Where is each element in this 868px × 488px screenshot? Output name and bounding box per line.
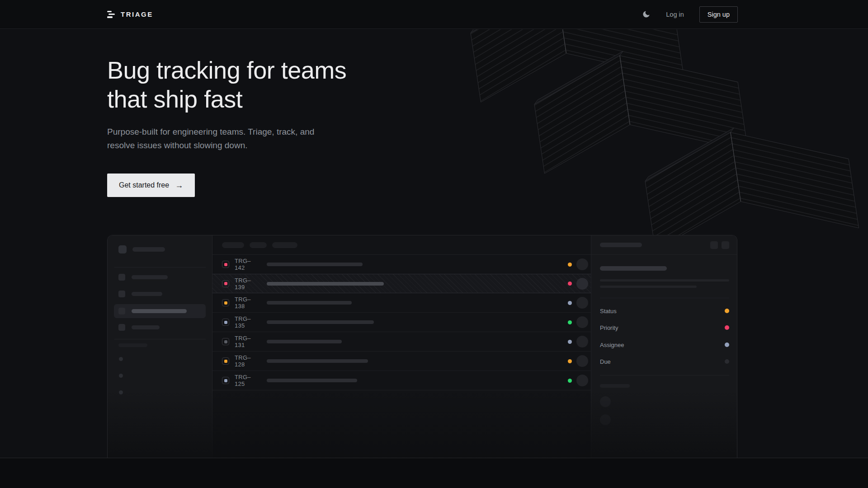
moon-icon — [642, 10, 651, 19]
field-label: Status — [600, 308, 617, 314]
issue-row[interactable]: TRG–142 — [212, 255, 591, 274]
nav-actions: Log in Sign up — [642, 6, 738, 23]
issue-id: TRG–142 — [235, 258, 261, 271]
skeleton-bar — [600, 243, 642, 247]
sidebar-dot — [119, 357, 123, 361]
detail-action-button[interactable] — [710, 241, 718, 249]
sidebar-item-icon — [118, 274, 125, 281]
issue-id: TRG–125 — [235, 374, 261, 387]
sidebar-item[interactable] — [118, 274, 168, 281]
get-started-button[interactable]: Get started free → — [107, 174, 195, 197]
hero-title: Bug tracking for teams that ship fast — [107, 56, 346, 113]
divider — [114, 267, 206, 267]
issue-row[interactable]: TRG–131 — [212, 332, 591, 352]
issue-row[interactable]: TRG–138 — [212, 293, 591, 313]
divider — [114, 339, 206, 339]
sidebar-dot — [119, 374, 123, 378]
detail-action-button[interactable] — [722, 241, 729, 249]
issue-id: TRG–131 — [235, 335, 261, 348]
status-dot — [568, 301, 572, 305]
avatar — [576, 336, 588, 347]
issue-detail-panel: Status Priority Assignee Due — [591, 235, 737, 458]
theme-toggle-button[interactable] — [642, 10, 651, 19]
mockup-sidebar — [108, 235, 212, 458]
signup-button[interactable]: Sign up — [699, 6, 738, 23]
skeleton-bar — [132, 325, 160, 329]
detail-field-due[interactable]: Due — [600, 357, 729, 366]
section-label-skeleton — [600, 384, 630, 388]
field-label: Assignee — [600, 342, 624, 348]
sidebar-item-icon — [118, 324, 125, 331]
sidebar-item-icon — [118, 291, 125, 297]
section-label-skeleton — [118, 343, 147, 347]
detail-field-assignee[interactable]: Assignee — [600, 340, 729, 349]
status-dot — [568, 379, 572, 383]
brand[interactable]: TRIAGE — [107, 10, 153, 18]
hero-subtitle: Purpose-built for engineering teams. Tri… — [107, 125, 346, 152]
sidebar-dot — [119, 390, 123, 394]
login-link[interactable]: Log in — [666, 11, 684, 18]
divider — [600, 375, 729, 375]
skeleton-bar — [132, 247, 165, 252]
skeleton-bar — [132, 275, 168, 279]
status-dot — [568, 282, 572, 286]
workspace-avatar — [118, 245, 127, 253]
issue-type-icon — [222, 357, 229, 365]
issue-type-icon — [222, 261, 229, 268]
due-value-dot — [725, 359, 729, 364]
skeleton-bar — [132, 292, 162, 296]
detail-header — [591, 235, 737, 255]
detail-description-skeleton — [600, 286, 697, 288]
issue-list-header — [212, 235, 591, 255]
avatar — [576, 278, 588, 290]
status-dot — [568, 340, 572, 344]
status-dot — [568, 359, 572, 363]
skeleton-bar — [132, 309, 187, 313]
sidebar-item-active[interactable] — [118, 308, 187, 314]
issue-title-skeleton — [267, 359, 368, 363]
detail-field-priority[interactable]: Priority — [600, 323, 729, 332]
comment-avatar-skeleton — [600, 414, 611, 425]
issue-row[interactable]: TRG–125 — [212, 371, 591, 390]
app-mockup: TRG–142 TRG–139 TRG–138 TRG–135 — [107, 235, 737, 458]
issue-id: TRG–139 — [235, 277, 261, 291]
issue-id: TRG–138 — [235, 296, 261, 310]
avatar — [576, 297, 588, 309]
issue-type-icon — [222, 299, 229, 306]
top-nav: TRIAGE Log in Sign up — [0, 0, 868, 29]
issue-row-selected[interactable]: TRG–139 — [212, 274, 591, 293]
comment-avatar-skeleton — [600, 396, 611, 407]
priority-value-dot — [725, 325, 729, 330]
issue-type-icon — [222, 280, 229, 287]
wireframe-decoration — [452, 29, 868, 242]
triage-logo-icon — [107, 11, 115, 18]
status-dot — [568, 320, 572, 324]
status-value-dot — [725, 309, 729, 313]
issue-list: TRG–142 TRG–139 TRG–138 TRG–135 — [212, 235, 591, 458]
issue-title-skeleton — [267, 263, 363, 266]
filter-tab-skeleton[interactable] — [250, 242, 267, 248]
detail-title-skeleton — [600, 266, 667, 271]
issue-title-skeleton — [267, 282, 384, 286]
issue-row[interactable]: TRG–128 — [212, 352, 591, 371]
avatar — [576, 355, 588, 367]
issue-type-icon — [222, 338, 229, 345]
detail-field-status[interactable]: Status — [600, 306, 729, 315]
issue-id: TRG–128 — [235, 354, 261, 368]
hero-section: Bug tracking for teams that ship fast Pu… — [107, 56, 346, 197]
sidebar-item[interactable] — [118, 324, 160, 331]
issue-id: TRG–135 — [235, 315, 261, 329]
avatar — [576, 258, 588, 270]
arrow-right-icon: → — [175, 181, 183, 189]
issue-title-skeleton — [267, 379, 357, 382]
issue-title-skeleton — [267, 320, 374, 324]
avatar — [576, 316, 588, 328]
filter-tab-skeleton[interactable] — [222, 242, 244, 248]
field-label: Priority — [600, 324, 618, 331]
footer — [0, 458, 868, 488]
filter-tab-skeleton[interactable] — [272, 242, 297, 248]
sidebar-item[interactable] — [118, 291, 162, 297]
assignee-value-dot — [725, 343, 729, 347]
workspace-switcher — [118, 245, 165, 253]
issue-row[interactable]: TRG–135 — [212, 313, 591, 332]
